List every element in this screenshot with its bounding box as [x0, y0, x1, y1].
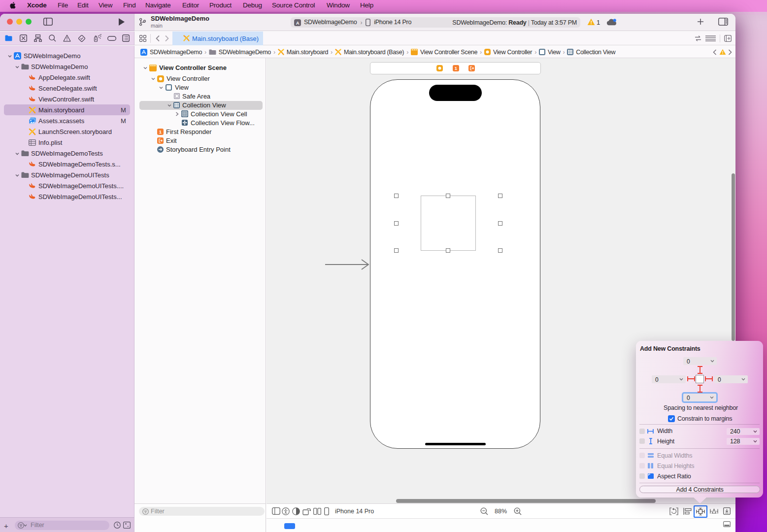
- svg-text:1: 1: [455, 66, 458, 71]
- svg-text:1: 1: [159, 129, 162, 134]
- svg-text:A: A: [296, 20, 300, 25]
